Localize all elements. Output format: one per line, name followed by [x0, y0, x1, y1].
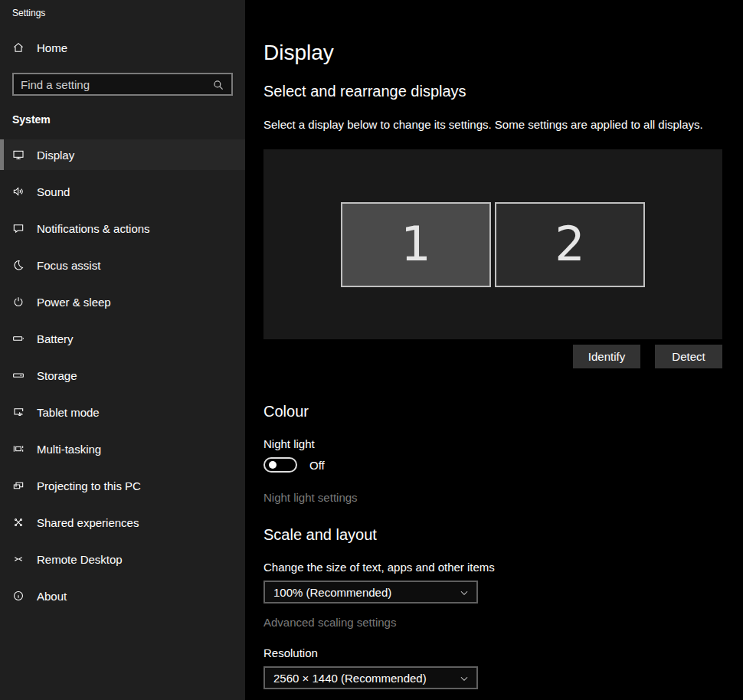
sidebar: Settings Home System Display Sound	[0, 0, 245, 700]
night-light-toggle[interactable]	[263, 457, 297, 473]
monitor-group: 1 2	[341, 202, 645, 287]
sidebar-item-storage[interactable]: Storage	[0, 360, 245, 391]
projecting-icon	[12, 479, 25, 492]
scale-dropdown-value: 100% (Recommended)	[265, 586, 391, 599]
sidebar-item-label: Shared experiences	[37, 516, 139, 529]
sidebar-nav: Display Sound Notifications & actions Fo…	[0, 139, 245, 611]
sidebar-item-home[interactable]: Home	[0, 32, 245, 63]
sidebar-item-focus-assist[interactable]: Focus assist	[0, 250, 245, 280]
sidebar-item-sound[interactable]: Sound	[0, 176, 245, 207]
remote-desktop-icon	[12, 553, 25, 565]
night-light-state: Off	[309, 459, 325, 472]
search-input[interactable]	[14, 74, 231, 94]
sidebar-item-battery[interactable]: Battery	[0, 323, 245, 354]
about-icon	[12, 590, 25, 602]
night-light-label: Night light	[263, 437, 743, 452]
multitasking-icon	[12, 443, 25, 455]
window-title: Settings	[0, 0, 245, 18]
scale-heading: Scale and layout	[263, 525, 743, 545]
main-content: Display Select and rearrange displays Se…	[245, 0, 743, 700]
search-icon[interactable]	[211, 78, 225, 92]
toggle-knob	[269, 461, 277, 469]
rearrange-heading: Select and rearrange displays	[263, 81, 743, 101]
search-box	[12, 73, 233, 96]
home-label: Home	[37, 41, 67, 54]
focus-assist-icon	[12, 259, 25, 271]
chevron-down-icon	[459, 673, 470, 684]
sidebar-item-label: Sound	[37, 185, 70, 198]
sidebar-item-label: Projecting to this PC	[37, 479, 141, 492]
sidebar-item-label: Battery	[37, 332, 74, 345]
sidebar-item-label: About	[37, 590, 67, 603]
sidebar-item-tablet-mode[interactable]: Tablet mode	[0, 397, 245, 427]
chevron-down-icon	[459, 587, 470, 598]
battery-icon	[12, 332, 25, 345]
sidebar-item-remote-desktop[interactable]: Remote Desktop	[0, 544, 245, 574]
resolution-label: Resolution	[263, 646, 743, 661]
identify-button[interactable]: Identify	[573, 345, 640, 368]
detect-button[interactable]: Detect	[655, 345, 722, 368]
sidebar-item-display[interactable]: Display	[0, 139, 245, 170]
arrangement-buttons: Identify Detect	[263, 345, 722, 368]
rearrange-description: Select a display below to change its set…	[263, 117, 743, 132]
colour-heading: Colour	[263, 401, 743, 421]
notifications-icon	[12, 222, 25, 234]
sidebar-item-label: Remote Desktop	[37, 553, 123, 566]
sidebar-item-label: Display	[37, 149, 74, 162]
sidebar-item-power-sleep[interactable]: Power & sleep	[0, 286, 245, 317]
sidebar-item-label: Tablet mode	[37, 406, 100, 419]
size-label: Change the size of text, apps and other …	[263, 560, 743, 575]
sidebar-item-about[interactable]: About	[0, 581, 245, 611]
monitor-2[interactable]: 2	[495, 202, 645, 287]
display-arrangement-panel: 1 2	[263, 149, 722, 339]
monitor-2-number: 2	[555, 221, 584, 268]
tablet-mode-icon	[12, 406, 25, 418]
sidebar-section-header: System	[12, 113, 245, 129]
monitor-1[interactable]: 1	[341, 202, 491, 287]
sidebar-item-label: Multi-tasking	[37, 443, 101, 456]
sidebar-item-multitasking[interactable]: Multi-tasking	[0, 433, 245, 464]
sidebar-item-label: Power & sleep	[37, 296, 111, 309]
scale-dropdown[interactable]: 100% (Recommended)	[263, 581, 478, 604]
shared-experiences-icon	[12, 516, 25, 528]
display-icon	[12, 149, 25, 161]
sidebar-item-shared-experiences[interactable]: Shared experiences	[0, 507, 245, 538]
storage-icon	[12, 369, 25, 381]
advanced-scaling-link[interactable]: Advanced scaling settings	[263, 615, 396, 630]
sidebar-item-label: Focus assist	[37, 259, 100, 272]
sidebar-item-projecting[interactable]: Projecting to this PC	[0, 470, 245, 501]
night-light-toggle-row: Off	[263, 457, 743, 473]
home-icon	[12, 41, 25, 54]
sidebar-item-label: Notifications & actions	[37, 222, 150, 235]
sidebar-item-notifications[interactable]: Notifications & actions	[0, 213, 245, 244]
night-light-settings-link[interactable]: Night light settings	[263, 490, 358, 505]
sound-icon	[12, 185, 25, 198]
resolution-dropdown-value: 2560 × 1440 (Recommended)	[265, 672, 427, 685]
page-title: Display	[263, 41, 743, 65]
sidebar-item-label: Storage	[37, 369, 77, 382]
monitor-1-number: 1	[401, 221, 430, 268]
power-icon	[12, 296, 25, 308]
resolution-dropdown[interactable]: 2560 × 1440 (Recommended)	[263, 666, 478, 689]
